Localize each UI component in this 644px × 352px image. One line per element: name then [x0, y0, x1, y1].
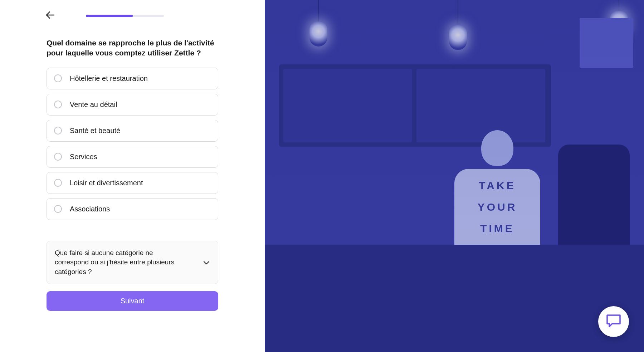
chevron-down-icon [203, 259, 210, 266]
decor-counter [265, 245, 644, 352]
option-associations[interactable]: Associations [47, 198, 218, 220]
help-expander[interactable]: Que faire si aucune catégorie ne corresp… [47, 241, 218, 284]
options-group: Hôtellerie et restauration Vente au déta… [47, 68, 218, 220]
shirt-text-line: YOUR [478, 201, 517, 213]
shirt-text-line: TIME [480, 223, 514, 235]
light-bulb-icon [308, 0, 329, 72]
hero-image-panel: TAKE YOUR TIME [265, 0, 644, 352]
question-heading: Quel domaine se rapproche le plus de l'a… [47, 38, 218, 58]
option-label: Services [70, 153, 97, 161]
help-text: Que faire si aucune catégorie ne corresp… [55, 248, 184, 277]
option-label: Hôtellerie et restauration [70, 74, 148, 83]
option-retail[interactable]: Vente au détail [47, 94, 218, 116]
option-label: Santé et beauté [70, 127, 120, 135]
radio-icon [54, 101, 62, 108]
decor-counter-top [265, 245, 644, 259]
progress-bar [86, 15, 164, 17]
option-leisure[interactable]: Loisir et divertissement [47, 172, 218, 194]
radio-icon [54, 205, 62, 213]
header-row [47, 11, 218, 21]
option-hospitality[interactable]: Hôtellerie et restauration [47, 68, 218, 89]
option-label: Associations [70, 205, 110, 213]
decor-person: TAKE YOUR TIME [451, 130, 544, 266]
back-button[interactable] [45, 11, 55, 21]
radio-icon [54, 179, 62, 187]
radio-icon [54, 127, 62, 135]
arrow-left-icon [45, 11, 55, 20]
radio-icon [54, 153, 62, 161]
option-label: Loisir et divertissement [70, 179, 143, 187]
chat-icon [606, 314, 621, 329]
decor-coffee-machine [558, 145, 630, 259]
shirt-text-line: TAKE [479, 180, 516, 192]
progress-bar-fill [86, 15, 133, 17]
next-button[interactable]: Suivant [47, 291, 218, 311]
radio-icon [54, 74, 62, 82]
option-health-beauty[interactable]: Santé et beauté [47, 120, 218, 142]
light-bulb-icon [608, 0, 630, 72]
chat-button[interactable] [598, 306, 629, 337]
light-bulb-icon [447, 0, 469, 72]
decor-shelf [279, 64, 551, 147]
onboarding-form-panel: Quel domaine se rapproche le plus de l'a… [0, 0, 265, 352]
option-label: Vente au détail [70, 101, 117, 109]
option-services[interactable]: Services [47, 146, 218, 168]
decor-box [580, 18, 633, 68]
